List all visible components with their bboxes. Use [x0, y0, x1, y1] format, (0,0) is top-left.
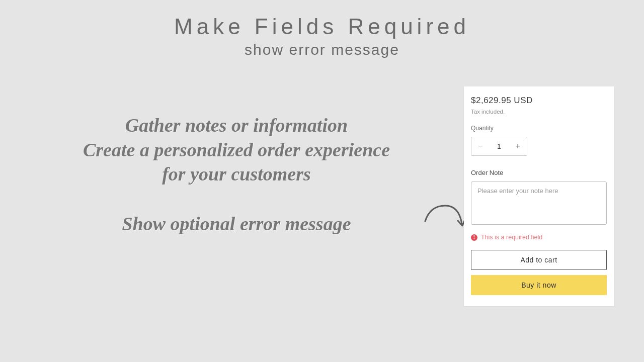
quantity-increase-button[interactable]: + — [509, 137, 527, 155]
error-message: This is a required field — [481, 234, 542, 241]
arrow-icon — [423, 204, 465, 231]
add-to-cart-button[interactable]: Add to cart — [471, 250, 607, 270]
product-card: $2,629.95 USD Tax included. Quantity − 1… — [464, 86, 614, 306]
marketing-line-4: Show optional error message — [30, 212, 443, 236]
order-note-input[interactable] — [471, 182, 607, 225]
quantity-value: 1 — [497, 142, 501, 150]
product-price: $2,629.95 USD — [471, 96, 607, 106]
page-subtitle: show error message — [0, 41, 644, 58]
page-title: Make Fields Required — [0, 14, 644, 39]
marketing-line-1: Gather notes or information — [30, 113, 443, 138]
marketing-copy: Gather notes or information Create a per… — [30, 113, 443, 236]
buy-it-now-button[interactable]: Buy it now — [471, 275, 607, 295]
quantity-label: Quantity — [471, 125, 607, 132]
quantity-stepper[interactable]: − 1 + — [471, 137, 527, 156]
error-row: ! This is a required field — [471, 234, 607, 241]
tax-note: Tax included. — [471, 109, 607, 115]
quantity-decrease-button[interactable]: − — [471, 137, 490, 155]
error-icon: ! — [471, 234, 477, 241]
marketing-line-3: for your customers — [30, 162, 443, 187]
marketing-line-2: Create a personalized order experience — [30, 138, 443, 162]
order-note-label: Order Note — [471, 169, 607, 176]
